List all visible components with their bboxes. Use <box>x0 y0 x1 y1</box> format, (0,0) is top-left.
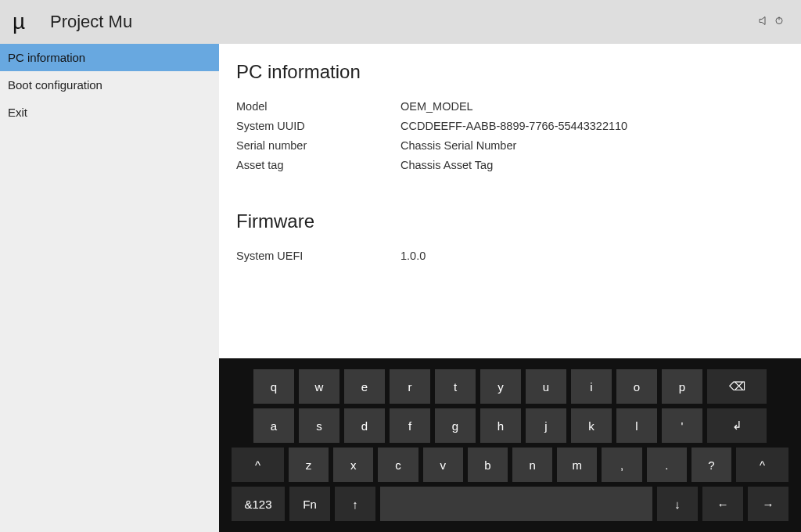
content-area: PC information Model OEM_MODEL System UU… <box>219 44 801 262</box>
key-enter[interactable]: ↲ <box>707 408 767 443</box>
key-g[interactable]: g <box>435 408 476 443</box>
osk-row-4: &123 Fn ↑ ↓ ← → <box>232 487 788 521</box>
section-title-pc-information: PC information <box>236 61 784 83</box>
sidebar-item-pc-information[interactable]: PC information <box>0 44 219 71</box>
key-arrow-down[interactable]: ↓ <box>657 487 698 521</box>
key-m[interactable]: m <box>557 448 597 482</box>
key-t[interactable]: t <box>435 369 476 404</box>
info-value: Chassis Serial Number <box>400 139 784 152</box>
key-c[interactable]: c <box>378 448 418 482</box>
key-y[interactable]: y <box>480 369 521 404</box>
key-i[interactable]: i <box>571 369 612 404</box>
info-value: OEM_MODEL <box>400 100 784 113</box>
key-v[interactable]: v <box>423 448 463 482</box>
on-screen-keyboard: q w e r t y u i o p ⌫ a s d f g h j k <box>219 358 801 532</box>
sidebar-item-boot-configuration[interactable]: Boot configuration <box>0 71 219 99</box>
key-x[interactable]: x <box>333 448 373 482</box>
key-apostrophe[interactable]: ' <box>662 408 702 443</box>
osk-row-3: ^ z x c v b n m , . ? ^ <box>232 448 788 482</box>
info-label: Serial number <box>236 139 400 152</box>
key-a[interactable]: a <box>253 408 294 443</box>
key-n[interactable]: n <box>512 448 552 482</box>
key-arrow-left[interactable]: ← <box>702 487 743 521</box>
key-comma[interactable]: , <box>602 448 641 482</box>
info-row-uuid: System UUID CCDDEEFF-AABB-8899-7766-5544… <box>236 120 784 132</box>
key-shift-left[interactable]: ^ <box>232 448 284 482</box>
key-arrow-right[interactable]: → <box>748 487 788 521</box>
key-r[interactable]: r <box>390 369 430 404</box>
key-u[interactable]: u <box>526 369 566 404</box>
key-h[interactable]: h <box>480 408 521 443</box>
info-label: System UUID <box>236 120 400 132</box>
key-s[interactable]: s <box>299 408 339 443</box>
info-label: Asset tag <box>236 159 400 171</box>
key-d[interactable]: d <box>344 408 385 443</box>
header-status-icons <box>759 16 784 28</box>
key-j[interactable]: j <box>526 408 566 443</box>
sidebar-item-exit[interactable]: Exit <box>0 99 219 126</box>
main-layout: PC information Boot configuration Exit P… <box>0 44 801 532</box>
key-z[interactable]: z <box>289 448 329 482</box>
key-shift-right[interactable]: ^ <box>736 448 788 482</box>
key-space[interactable] <box>380 487 652 521</box>
info-value: Chassis Asset Tag <box>400 159 784 171</box>
key-fn[interactable]: Fn <box>289 487 330 521</box>
key-e[interactable]: e <box>344 369 385 404</box>
info-value: CCDDEEFF-AABB-8899-7766-55443322110 <box>400 120 784 132</box>
info-row-system-uefi: System UEFI 1.0.0 <box>236 250 784 262</box>
info-row-model: Model OEM_MODEL <box>236 100 784 113</box>
key-question[interactable]: ? <box>691 448 731 482</box>
key-w[interactable]: w <box>299 369 339 404</box>
osk-row-1: q w e r t y u i o p ⌫ <box>232 369 788 404</box>
info-row-asset-tag: Asset tag Chassis Asset Tag <box>236 159 784 171</box>
info-label: Model <box>236 100 400 113</box>
key-q[interactable]: q <box>253 369 294 404</box>
key-symbols[interactable]: &123 <box>232 487 285 521</box>
main-panel: PC information Model OEM_MODEL System UU… <box>219 44 801 532</box>
info-value: 1.0.0 <box>400 250 784 262</box>
section-title-firmware: Firmware <box>236 210 784 232</box>
key-period[interactable]: . <box>647 448 687 482</box>
app-header: µ Project Mu <box>0 0 801 44</box>
info-label: System UEFI <box>236 250 400 262</box>
key-f[interactable]: f <box>390 408 430 443</box>
osk-row-2: a s d f g h j k l ' ↲ <box>232 408 788 443</box>
key-k[interactable]: k <box>571 408 612 443</box>
app-title: Project Mu <box>50 12 132 32</box>
sidebar: PC information Boot configuration Exit <box>0 44 219 532</box>
key-p[interactable]: p <box>662 369 702 404</box>
key-backspace[interactable]: ⌫ <box>707 369 767 404</box>
power-icon <box>774 16 784 28</box>
key-l[interactable]: l <box>616 408 657 443</box>
info-row-serial: Serial number Chassis Serial Number <box>236 139 784 152</box>
key-b[interactable]: b <box>468 448 508 482</box>
app-logo: µ <box>13 9 44 34</box>
key-o[interactable]: o <box>616 369 657 404</box>
key-arrow-up[interactable]: ↑ <box>335 487 375 521</box>
volume-icon <box>759 16 770 28</box>
